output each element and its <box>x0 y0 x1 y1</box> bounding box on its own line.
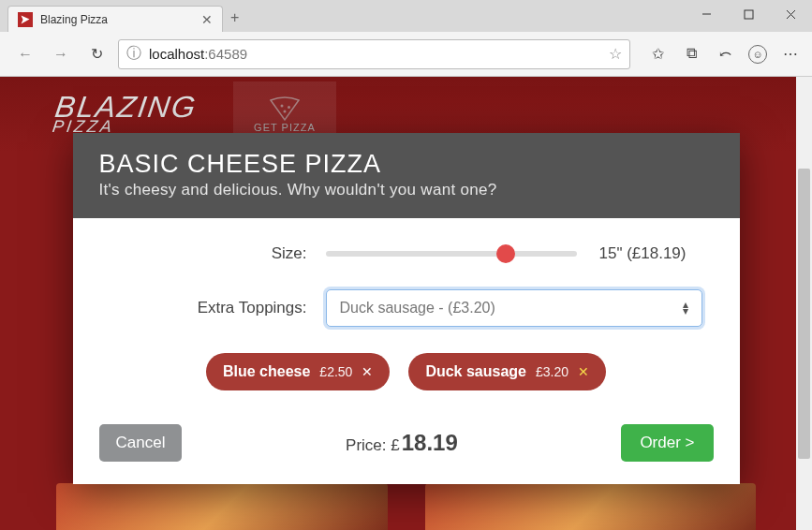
url-text: localhost:64589 <box>149 46 247 62</box>
remove-topping-icon[interactable]: ✕ <box>578 364 589 379</box>
topping-tag-name: Duck sausage <box>425 363 526 380</box>
toppings-select[interactable]: Duck sausage - (£3.20) ▴▾ <box>326 289 702 327</box>
toppings-selected-value: Duck sausage - (£3.20) <box>340 300 495 317</box>
tab-close-icon[interactable]: ✕ <box>201 12 213 27</box>
svg-rect-1 <box>745 10 753 19</box>
maximize-button[interactable] <box>728 0 770 28</box>
topping-tag-price: £2.50 <box>319 364 352 379</box>
close-window-button[interactable] <box>770 0 812 28</box>
info-icon: ⓘ <box>126 44 141 64</box>
back-button[interactable]: ← <box>11 40 39 68</box>
page-content: BLAZING PIZZA GET PIZZA BASIC CHEESE PIZ… <box>0 77 812 530</box>
dialog-subtitle: It's cheesy and delicious. Why wouldn't … <box>99 181 714 199</box>
topping-tag: Duck sausage £3.20 ✕ <box>408 353 606 390</box>
favorite-icon[interactable]: ☆ <box>609 45 622 63</box>
size-slider-thumb[interactable] <box>496 244 515 263</box>
chevron-updown-icon: ▴▾ <box>683 302 688 315</box>
size-label: Size: <box>111 244 326 263</box>
price-display: Price: £18.19 <box>182 430 621 456</box>
minimize-button[interactable] <box>686 0 728 28</box>
topping-tag: Blue cheese £2.50 ✕ <box>206 353 390 390</box>
more-icon[interactable]: ⋯ <box>780 45 801 64</box>
remove-topping-icon[interactable]: ✕ <box>362 364 373 379</box>
topping-tag-price: £3.20 <box>536 364 568 379</box>
dialog-header: BASIC CHEESE PIZZA It's cheesy and delic… <box>73 133 740 218</box>
new-tab-button[interactable]: + <box>230 9 239 26</box>
profile-icon[interactable]: ☺ <box>748 45 767 64</box>
size-value: 15" (£18.19) <box>599 244 702 263</box>
forward-button[interactable]: → <box>47 40 75 68</box>
configure-pizza-dialog: BASIC CHEESE PIZZA It's cheesy and delic… <box>73 133 740 484</box>
size-slider[interactable] <box>326 251 577 257</box>
favicon-icon <box>18 12 33 27</box>
favorites-icon[interactable]: ✩ <box>647 45 668 64</box>
modal-overlay: BASIC CHEESE PIZZA It's cheesy and delic… <box>0 77 812 530</box>
toppings-label: Extra Toppings: <box>111 299 326 317</box>
dialog-title: BASIC CHEESE PIZZA <box>99 150 714 179</box>
url-field[interactable]: ⓘ localhost:64589 ☆ <box>118 39 630 69</box>
cancel-button[interactable]: Cancel <box>99 424 183 462</box>
browser-titlebar: Blazing Pizza ✕ + <box>0 0 812 32</box>
share-icon[interactable]: ⤺ <box>715 45 735 64</box>
collections-icon[interactable]: ⧉ <box>681 45 701 64</box>
reload-button[interactable]: ↻ <box>82 40 111 68</box>
browser-tab[interactable]: Blazing Pizza ✕ <box>7 6 223 32</box>
address-bar: ← → ↻ ⓘ localhost:64589 ☆ ✩ ⧉ ⤺ ☺ ⋯ <box>0 32 812 77</box>
order-button[interactable]: Order > <box>621 424 713 462</box>
tab-title: Blazing Pizza <box>40 13 194 26</box>
topping-tag-name: Blue cheese <box>223 363 310 380</box>
selected-toppings-tags: Blue cheese £2.50 ✕ Duck sausage £3.20 ✕ <box>111 353 702 390</box>
window-controls <box>686 0 812 28</box>
